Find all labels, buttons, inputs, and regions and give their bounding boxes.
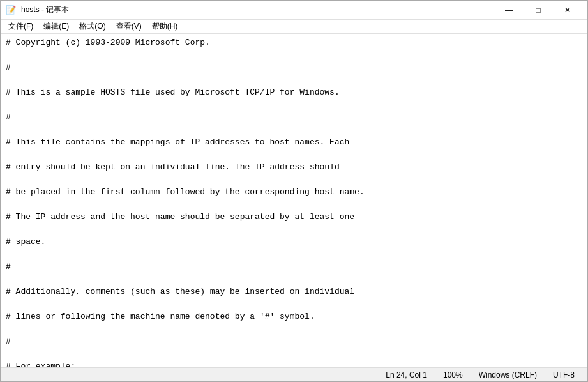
maximize-button[interactable]: □ — [524, 1, 553, 20]
app-icon: 📝 — [6, 5, 16, 15]
encoding: UTF-8 — [545, 368, 582, 382]
line-ending: Windows (CRLF) — [471, 368, 545, 382]
window-title: hosts - 记事本 — [21, 4, 69, 15]
title-bar-left: 📝 hosts - 记事本 — [6, 4, 69, 15]
editor-line: # — [6, 261, 582, 273]
cursor-position: Ln 24, Col 1 — [378, 368, 435, 382]
editor-line: # lines or following the machine name de… — [6, 310, 582, 323]
editor-line: # — [6, 61, 582, 74]
editor-line: # This file contains the mappings of IP … — [6, 136, 582, 149]
window-controls: — □ ✕ — [494, 1, 582, 20]
editor-line: # Additionally, comments (such as these)… — [6, 286, 582, 298]
editor-line: # space. — [6, 236, 582, 248]
menu-view[interactable]: 查看(V) — [111, 20, 147, 34]
editor-line: # — [6, 111, 582, 124]
editor-line: # The IP address and the host name shoul… — [6, 211, 582, 224]
menu-format[interactable]: 格式(O) — [74, 20, 110, 34]
editor-line: # Copyright (c) 1993-2009 Microsoft Corp… — [6, 36, 582, 49]
title-bar: 📝 hosts - 记事本 — □ ✕ — [1, 1, 587, 20]
menu-file[interactable]: 文件(F) — [3, 20, 38, 34]
editor-line: # entry should be kept on an individual … — [6, 161, 582, 174]
menu-edit[interactable]: 编辑(E) — [38, 20, 74, 34]
editor-line: # For example: — [6, 360, 582, 367]
minimize-button[interactable]: — — [494, 1, 524, 20]
close-button[interactable]: ✕ — [553, 1, 582, 20]
status-bar: Ln 24, Col 1 100% Windows (CRLF) UTF-8 — [1, 367, 587, 381]
editor-line: # be placed in the first column followed… — [6, 186, 582, 199]
text-editor[interactable]: # Copyright (c) 1993-2009 Microsoft Corp… — [1, 34, 587, 367]
menu-bar: 文件(F) 编辑(E) 格式(O) 查看(V) 帮助(H) — [1, 20, 587, 34]
editor-line: # This is a sample HOSTS file used by Mi… — [6, 86, 582, 99]
zoom-level: 100% — [435, 368, 471, 382]
main-window: 📝 hosts - 记事本 — □ ✕ 文件(F) 编辑(E) 格式(O) 查看… — [0, 0, 588, 382]
menu-help[interactable]: 帮助(H) — [147, 20, 183, 34]
editor-line: # — [6, 335, 582, 348]
editor-container: # Copyright (c) 1993-2009 Microsoft Corp… — [1, 34, 587, 367]
